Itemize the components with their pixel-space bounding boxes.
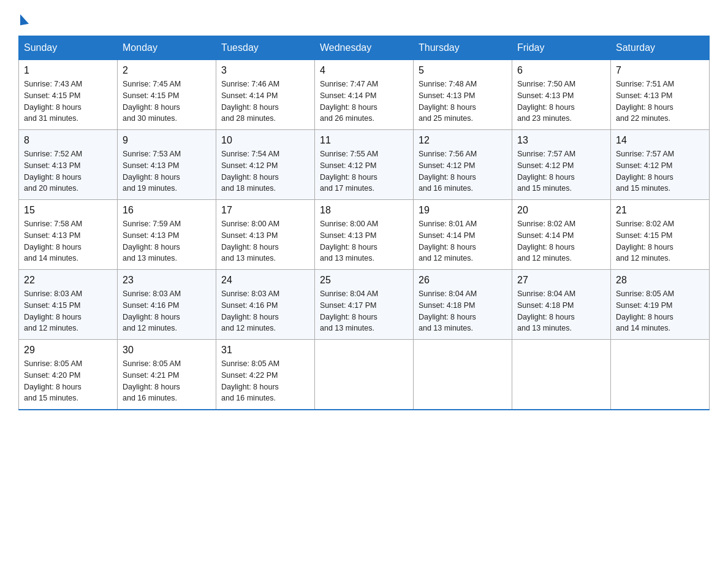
day-info: Sunrise: 8:04 AMSunset: 4:18 PMDaylight:… [419,288,507,334]
day-info: Sunrise: 7:45 AMSunset: 4:15 PMDaylight:… [123,79,211,124]
calendar-header-row: SundayMondayTuesdayWednesdayThursdayFrid… [19,36,710,60]
calendar-week-row: 22 Sunrise: 8:03 AMSunset: 4:15 PMDaylig… [19,270,710,340]
calendar-day-cell: 18 Sunrise: 8:00 AMSunset: 4:13 PMDaylig… [315,200,414,270]
day-number: 28 [616,275,704,286]
day-info: Sunrise: 7:58 AMSunset: 4:13 PMDaylight:… [24,218,112,264]
calendar-day-cell: 27 Sunrise: 8:04 AMSunset: 4:18 PMDaylig… [512,270,611,340]
calendar-day-cell: 21 Sunrise: 8:02 AMSunset: 4:15 PMDaylig… [611,200,710,270]
day-number: 8 [24,135,112,146]
day-of-week-header: Monday [118,36,216,60]
day-number: 18 [320,205,408,216]
day-of-week-header: Sunday [19,36,118,60]
day-info: Sunrise: 7:53 AMSunset: 4:13 PMDaylight:… [123,148,211,194]
calendar-day-cell: 8 Sunrise: 7:52 AMSunset: 4:13 PMDayligh… [19,130,118,200]
day-number: 13 [517,135,605,146]
day-number: 20 [517,205,605,216]
day-of-week-header: Friday [512,36,611,60]
day-info: Sunrise: 8:05 AMSunset: 4:20 PMDaylight:… [24,358,112,404]
calendar-week-row: 15 Sunrise: 7:58 AMSunset: 4:13 PMDaylig… [19,200,710,270]
day-info: Sunrise: 7:57 AMSunset: 4:12 PMDaylight:… [517,148,605,194]
day-number: 10 [221,135,309,146]
day-info: Sunrise: 8:05 AMSunset: 4:22 PMDaylight:… [221,358,309,404]
calendar-day-cell: 17 Sunrise: 8:00 AMSunset: 4:13 PMDaylig… [216,200,315,270]
day-number: 16 [123,205,211,216]
day-info: Sunrise: 7:47 AMSunset: 4:14 PMDaylight:… [320,79,408,124]
day-info: Sunrise: 7:50 AMSunset: 4:13 PMDaylight:… [517,79,605,124]
calendar-day-cell: 9 Sunrise: 7:53 AMSunset: 4:13 PMDayligh… [118,130,216,200]
calendar-day-cell: 12 Sunrise: 7:56 AMSunset: 4:12 PMDaylig… [414,130,512,200]
calendar-day-cell: 25 Sunrise: 8:04 AMSunset: 4:17 PMDaylig… [315,270,414,340]
day-info: Sunrise: 8:03 AMSunset: 4:16 PMDaylight:… [123,288,211,334]
calendar-day-cell: 4 Sunrise: 7:47 AMSunset: 4:14 PMDayligh… [315,60,414,130]
calendar-day-cell: 13 Sunrise: 7:57 AMSunset: 4:12 PMDaylig… [512,130,611,200]
calendar-day-cell: 20 Sunrise: 8:02 AMSunset: 4:14 PMDaylig… [512,200,611,270]
calendar-day-cell: 19 Sunrise: 8:01 AMSunset: 4:14 PMDaylig… [414,200,512,270]
day-of-week-header: Wednesday [315,36,414,60]
day-info: Sunrise: 8:04 AMSunset: 4:17 PMDaylight:… [320,288,408,334]
day-number: 27 [517,275,605,286]
calendar-day-cell: 1 Sunrise: 7:43 AMSunset: 4:15 PMDayligh… [19,60,118,130]
calendar-day-cell: 3 Sunrise: 7:46 AMSunset: 4:14 PMDayligh… [216,60,315,130]
day-number: 15 [24,205,112,216]
day-info: Sunrise: 8:03 AMSunset: 4:16 PMDaylight:… [221,288,309,334]
day-number: 12 [419,135,507,146]
day-number: 4 [320,65,408,76]
day-number: 29 [24,345,112,356]
day-number: 26 [419,275,507,286]
day-info: Sunrise: 7:57 AMSunset: 4:12 PMDaylight:… [616,148,704,194]
calendar-week-row: 8 Sunrise: 7:52 AMSunset: 4:13 PMDayligh… [19,130,710,200]
calendar-day-cell: 5 Sunrise: 7:48 AMSunset: 4:13 PMDayligh… [414,60,512,130]
day-info: Sunrise: 7:48 AMSunset: 4:13 PMDaylight:… [419,79,507,124]
day-number: 1 [24,65,112,76]
day-info: Sunrise: 8:03 AMSunset: 4:15 PMDaylight:… [24,288,112,334]
calendar-day-cell [315,340,414,410]
calendar-day-cell: 24 Sunrise: 8:03 AMSunset: 4:16 PMDaylig… [216,270,315,340]
day-info: Sunrise: 7:55 AMSunset: 4:12 PMDaylight:… [320,148,408,194]
calendar-day-cell: 14 Sunrise: 7:57 AMSunset: 4:12 PMDaylig… [611,130,710,200]
logo-arrow-icon [20,13,29,25]
day-number: 25 [320,275,408,286]
calendar-day-cell: 23 Sunrise: 8:03 AMSunset: 4:16 PMDaylig… [118,270,216,340]
day-of-week-header: Thursday [414,36,512,60]
day-info: Sunrise: 7:56 AMSunset: 4:12 PMDaylight:… [419,148,507,194]
day-number: 30 [123,345,211,356]
calendar-day-cell [414,340,512,410]
day-number: 14 [616,135,704,146]
day-info: Sunrise: 7:54 AMSunset: 4:12 PMDaylight:… [221,148,309,194]
calendar-week-row: 1 Sunrise: 7:43 AMSunset: 4:15 PMDayligh… [19,60,710,130]
calendar-day-cell [611,340,710,410]
day-number: 24 [221,275,309,286]
day-info: Sunrise: 8:02 AMSunset: 4:14 PMDaylight:… [517,218,605,264]
calendar-table: SundayMondayTuesdayWednesdayThursdayFrid… [18,36,710,410]
calendar-week-row: 29 Sunrise: 8:05 AMSunset: 4:20 PMDaylig… [19,340,710,410]
calendar-day-cell: 30 Sunrise: 8:05 AMSunset: 4:21 PMDaylig… [118,340,216,410]
calendar-day-cell: 16 Sunrise: 7:59 AMSunset: 4:13 PMDaylig… [118,200,216,270]
calendar-day-cell: 29 Sunrise: 8:05 AMSunset: 4:20 PMDaylig… [19,340,118,410]
day-number: 19 [419,205,507,216]
calendar-day-cell: 15 Sunrise: 7:58 AMSunset: 4:13 PMDaylig… [19,200,118,270]
day-info: Sunrise: 7:46 AMSunset: 4:14 PMDaylight:… [221,79,309,124]
day-number: 11 [320,135,408,146]
calendar-day-cell: 31 Sunrise: 8:05 AMSunset: 4:22 PMDaylig… [216,340,315,410]
day-number: 22 [24,275,112,286]
calendar-day-cell: 22 Sunrise: 8:03 AMSunset: 4:15 PMDaylig… [19,270,118,340]
day-number: 17 [221,205,309,216]
day-number: 7 [616,65,704,76]
day-of-week-header: Saturday [611,36,710,60]
day-info: Sunrise: 7:43 AMSunset: 4:15 PMDaylight:… [24,79,112,124]
day-info: Sunrise: 8:05 AMSunset: 4:19 PMDaylight:… [616,288,704,334]
logo [18,12,29,23]
day-info: Sunrise: 7:59 AMSunset: 4:13 PMDaylight:… [123,218,211,264]
day-number: 9 [123,135,211,146]
calendar-day-cell: 28 Sunrise: 8:05 AMSunset: 4:19 PMDaylig… [611,270,710,340]
day-number: 31 [221,345,309,356]
day-number: 2 [123,65,211,76]
calendar-day-cell: 2 Sunrise: 7:45 AMSunset: 4:15 PMDayligh… [118,60,216,130]
day-info: Sunrise: 8:00 AMSunset: 4:13 PMDaylight:… [320,218,408,264]
day-number: 5 [419,65,507,76]
calendar-day-cell [512,340,611,410]
day-info: Sunrise: 7:51 AMSunset: 4:13 PMDaylight:… [616,79,704,124]
calendar-day-cell: 26 Sunrise: 8:04 AMSunset: 4:18 PMDaylig… [414,270,512,340]
day-info: Sunrise: 8:02 AMSunset: 4:15 PMDaylight:… [616,218,704,264]
day-info: Sunrise: 8:01 AMSunset: 4:14 PMDaylight:… [419,218,507,264]
